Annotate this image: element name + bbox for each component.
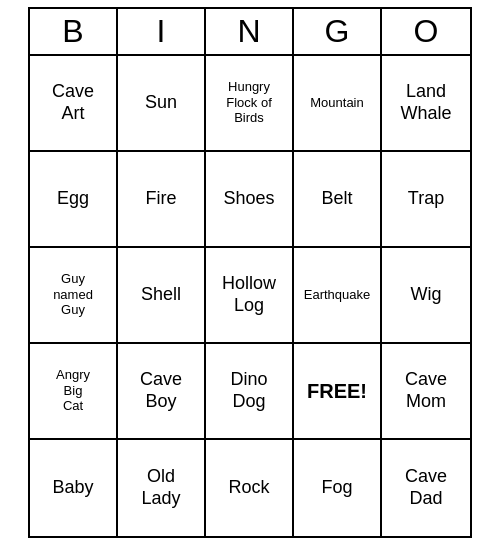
bingo-cell-20: Baby (30, 440, 118, 536)
bingo-cell-19: CaveMom (382, 344, 470, 440)
bingo-cell-0: CaveArt (30, 56, 118, 152)
bingo-header-letter: N (206, 9, 294, 54)
bingo-header-letter: B (30, 9, 118, 54)
bingo-cell-16: CaveBoy (118, 344, 206, 440)
bingo-cell-10: GuynamedGuy (30, 248, 118, 344)
bingo-cell-2: HungryFlock ofBirds (206, 56, 294, 152)
bingo-header-letter: I (118, 9, 206, 54)
bingo-cell-23: Fog (294, 440, 382, 536)
bingo-cell-18: FREE! (294, 344, 382, 440)
bingo-header-letter: O (382, 9, 470, 54)
bingo-cell-24: CaveDad (382, 440, 470, 536)
bingo-cell-6: Fire (118, 152, 206, 248)
bingo-cell-11: Shell (118, 248, 206, 344)
bingo-cell-12: HollowLog (206, 248, 294, 344)
bingo-cell-1: Sun (118, 56, 206, 152)
bingo-header-letter: G (294, 9, 382, 54)
bingo-cell-17: DinoDog (206, 344, 294, 440)
bingo-grid: CaveArtSunHungryFlock ofBirdsMountainLan… (30, 56, 470, 536)
bingo-card: BINGO CaveArtSunHungryFlock ofBirdsMount… (28, 7, 472, 538)
bingo-cell-14: Wig (382, 248, 470, 344)
bingo-cell-13: Earthquake (294, 248, 382, 344)
bingo-cell-9: Trap (382, 152, 470, 248)
bingo-cell-22: Rock (206, 440, 294, 536)
bingo-cell-5: Egg (30, 152, 118, 248)
bingo-cell-15: AngryBigCat (30, 344, 118, 440)
bingo-cell-21: OldLady (118, 440, 206, 536)
bingo-header: BINGO (30, 9, 470, 56)
bingo-cell-3: Mountain (294, 56, 382, 152)
bingo-cell-7: Shoes (206, 152, 294, 248)
bingo-cell-4: LandWhale (382, 56, 470, 152)
bingo-cell-8: Belt (294, 152, 382, 248)
